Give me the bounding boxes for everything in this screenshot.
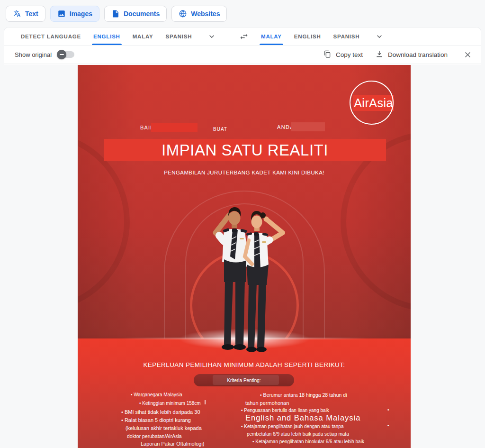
download-icon — [375, 50, 384, 60]
swap-languages-icon[interactable] — [236, 28, 252, 45]
source-lang-malay[interactable]: MALAY — [126, 27, 160, 45]
requirement-line: doktor perubatan/AirAsia — [127, 433, 182, 439]
show-original-label: Show original — [15, 51, 52, 58]
airasia-logo-circle — [350, 81, 394, 125]
source-more-languages-chevron-icon[interactable] — [205, 32, 219, 41]
target-language-tabs: MALAY ENGLISH SPANISH — [236, 27, 386, 45]
requirement-line: tahun permohonan — [245, 400, 289, 406]
requirement-line: • Ketajaman penglihatan jauh dengan atau… — [241, 424, 343, 429]
source-lang-spanish[interactable]: SPANISH — [160, 27, 198, 45]
tab-text-label: Text — [25, 10, 38, 18]
translated-image-viewer: AirAsia BAIK BUAT ANDA IMPIAN SATU REALI… — [4, 64, 481, 448]
show-original-toggle[interactable] — [58, 51, 74, 58]
tab-images[interactable]: Images — [50, 6, 99, 22]
source-lang-english[interactable]: ENGLISH — [87, 27, 126, 45]
criteria-pill-button: Kriteria Penting: — [194, 374, 294, 386]
requirement-line: • Berumur antara 18 hingga 28 tahun di — [260, 392, 347, 398]
download-translation-button[interactable]: Download translation — [375, 50, 448, 60]
stray-bullet: • — [387, 407, 389, 412]
target-lang-spanish[interactable]: SPANISH — [327, 27, 366, 45]
tab-images-label: Images — [70, 10, 92, 18]
requirement-line: • Warganegara Malaysia — [131, 392, 182, 397]
document-icon — [111, 9, 120, 18]
source-language-tabs: DETECT LANGUAGE ENGLISH MALAY SPANISH — [15, 27, 219, 45]
tab-websites[interactable]: Websites — [171, 6, 227, 22]
headline-banner: IMPIAN SATU REALITI — [104, 139, 386, 161]
tab-documents-label: Documents — [124, 10, 160, 18]
app-mode-tabs: Text Images Documents Websites — [0, 0, 485, 27]
requirement-line-emphasis: English and Bahasa Malaysia — [245, 413, 360, 422]
requirement-line: • BMI sihat tidak lebih daripada 30 — [121, 409, 200, 415]
tab-text[interactable]: Text — [6, 6, 45, 22]
headline-text: IMPIAN SATU REALITI — [162, 141, 328, 159]
target-lang-english[interactable]: ENGLISH — [288, 27, 327, 45]
requirement-line: Laporan Pakar Oftalmologi) — [141, 441, 205, 447]
translated-poster-image[interactable]: AirAsia BAIK BUAT ANDA IMPIAN SATU REALI… — [78, 65, 411, 448]
cursor-artifact — [205, 400, 206, 404]
requirement-line: pembetulan 6/9 atau lebih baik pada seti… — [247, 431, 349, 437]
tagline-overlay-box-2 — [291, 122, 325, 131]
image-icon — [57, 9, 66, 18]
copy-text-button[interactable]: Copy text — [323, 50, 363, 60]
requirements-heading: KEPERLUAN PEMILIHAN MINIMUM ADALAH SEPER… — [78, 361, 411, 368]
source-lang-detect[interactable]: DETECT LANGUAGE — [15, 27, 87, 45]
tagline-word-buat: BUAT — [213, 127, 227, 132]
requirement-line: • Ketinggian minimum 158cm — [139, 401, 201, 406]
requirement-line: (kelulusan akhir tertakluk kepada — [126, 425, 202, 431]
tab-documents[interactable]: Documents — [104, 6, 167, 22]
language-bar: DETECT LANGUAGE ENGLISH MALAY SPANISH MA… — [4, 27, 481, 46]
globe-icon — [179, 9, 187, 18]
close-icon[interactable] — [461, 48, 474, 61]
toggle-knob — [57, 50, 66, 59]
translate-icon — [13, 9, 21, 18]
target-more-languages-chevron-icon[interactable] — [372, 32, 386, 41]
tagline-overlay-box-1 — [151, 123, 198, 132]
target-lang-malay[interactable]: MALAY — [255, 27, 288, 45]
requirement-line: • Penguasaan bertulis dan lisan yang bai… — [241, 408, 329, 413]
image-toolbar: Show original Copy text Download transla… — [4, 46, 481, 64]
pilots-photo — [203, 203, 305, 355]
requirement-line: • Ketajaman penglihatan binokular 6/6 at… — [252, 439, 364, 444]
tab-websites-label: Websites — [191, 10, 220, 18]
translate-panel: DETECT LANGUAGE ENGLISH MALAY SPANISH MA… — [4, 27, 481, 448]
stray-bullet: • — [387, 423, 389, 428]
requirement-line: • Ralat biasan 5 dioptri kurang — [121, 417, 191, 423]
subheadline-text: PENGAMBILAN JURUTERBANG KADET KAMI KINI … — [78, 170, 411, 175]
copy-icon — [323, 50, 332, 60]
download-translation-label: Download translation — [388, 51, 448, 58]
copy-text-label: Copy text — [336, 51, 363, 58]
criteria-pill-label: Kriteria Penting: — [194, 374, 294, 386]
